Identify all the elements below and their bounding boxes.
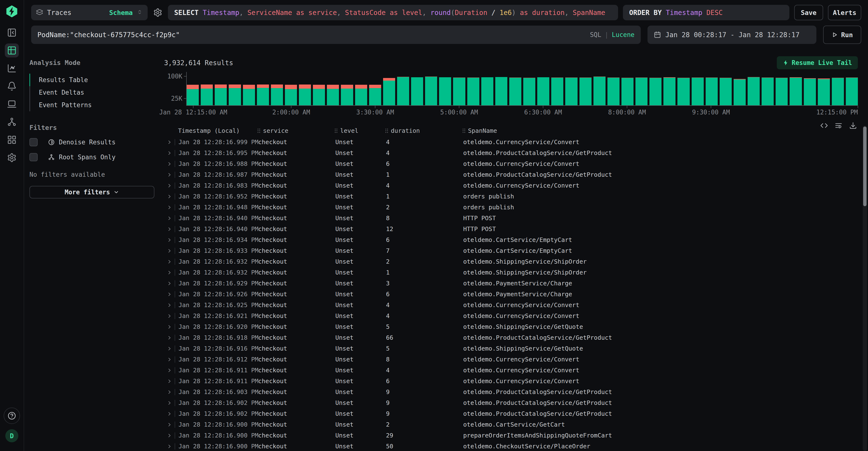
- filter-toggle[interactable]: Denoise Results: [29, 138, 154, 146]
- chart-bar[interactable]: [846, 78, 858, 105]
- trace-row[interactable]: Jan 28 12:28:16.929 PMcheckoutUnset3otel…: [164, 278, 858, 289]
- trace-row[interactable]: Jan 28 12:28:16.911 PMcheckoutUnset6otel…: [164, 376, 858, 387]
- chart-bar[interactable]: [341, 85, 353, 105]
- trace-row[interactable]: Jan 28 12:28:16.952 PMcheckoutUnset1orde…: [164, 191, 858, 202]
- trace-row[interactable]: Jan 28 12:28:16.940 PMcheckoutUnset8HTTP…: [164, 213, 858, 224]
- expand-row-icon[interactable]: [165, 422, 173, 427]
- chart-bar[interactable]: [243, 85, 255, 105]
- filter-toggle[interactable]: Root Spans Only: [29, 153, 154, 161]
- sidebar-item-client-sessions[interactable]: [5, 97, 19, 111]
- language-sql[interactable]: SQL: [590, 31, 601, 38]
- chart-bar[interactable]: [425, 77, 437, 105]
- chart-bar[interactable]: [271, 85, 283, 105]
- chart-bar[interactable]: [734, 79, 746, 105]
- expand-row-icon[interactable]: [165, 205, 173, 210]
- column-header-level[interactable]: level: [335, 127, 385, 134]
- chart-bar[interactable]: [776, 78, 788, 105]
- collapse-panel-button[interactable]: [5, 26, 19, 39]
- expand-row-icon[interactable]: [165, 183, 173, 188]
- expand-row-icon[interactable]: [165, 411, 173, 417]
- chart-bar[interactable]: [706, 78, 718, 105]
- checkbox[interactable]: [29, 153, 38, 161]
- expand-row-icon[interactable]: [165, 324, 173, 330]
- source-select[interactable]: Traces Schema: [31, 5, 148, 20]
- chart-bar[interactable]: [565, 78, 577, 105]
- trace-row[interactable]: Jan 28 12:28:16.918 PMcheckoutUnset66ote…: [164, 332, 858, 343]
- trace-row[interactable]: Jan 28 12:28:16.999 PMcheckoutUnset4otel…: [164, 137, 858, 147]
- save-button[interactable]: Save: [794, 5, 823, 20]
- chart-bar[interactable]: [509, 78, 521, 105]
- expand-row-icon[interactable]: [165, 259, 173, 264]
- chart-bar[interactable]: [720, 78, 732, 105]
- analysis-mode-item[interactable]: Event Deltas: [30, 86, 154, 99]
- trace-row[interactable]: Jan 28 12:28:16.983 PMcheckoutUnset4otel…: [164, 180, 858, 191]
- trace-row[interactable]: Jan 28 12:28:16.948 PMcheckoutUnset2orde…: [164, 202, 858, 213]
- chart-bar[interactable]: [397, 77, 409, 105]
- expand-row-icon[interactable]: [165, 378, 173, 384]
- expand-row-icon[interactable]: [165, 216, 173, 221]
- sidebar-item-settings[interactable]: [5, 151, 19, 165]
- sidebar-item-search[interactable]: [5, 44, 19, 57]
- sql-select-input[interactable]: SELECT Timestamp, ServiceName as service…: [168, 5, 618, 20]
- trace-row[interactable]: Jan 28 12:28:16.916 PMcheckoutUnset5otel…: [164, 343, 858, 354]
- chart-bar[interactable]: [201, 85, 213, 105]
- search-input[interactable]: [37, 31, 592, 39]
- expand-row-icon[interactable]: [165, 400, 173, 405]
- chart-bar[interactable]: [299, 85, 311, 105]
- column-drag-handle-icon[interactable]: [463, 129, 466, 133]
- column-header-service[interactable]: service: [258, 127, 335, 134]
- chart-bar[interactable]: [467, 78, 479, 105]
- resume-live-tail-button[interactable]: Resume Live Tail: [777, 56, 858, 69]
- trace-row[interactable]: Jan 28 12:28:16.903 PMcheckoutUnset9otel…: [164, 387, 858, 397]
- time-range-picker[interactable]: Jan 28 00:28:17 - Jan 28 12:28:17: [648, 26, 816, 44]
- analysis-mode-item[interactable]: Event Patterns: [30, 99, 154, 111]
- trace-row[interactable]: Jan 28 12:28:16.932 PMcheckoutUnset1otel…: [164, 267, 858, 278]
- chart-bar[interactable]: [369, 85, 381, 105]
- expand-row-icon[interactable]: [165, 140, 173, 145]
- trace-row[interactable]: Jan 28 12:28:16.900 PMcheckoutUnset29pre…: [164, 430, 858, 441]
- trace-row[interactable]: Jan 28 12:28:16.987 PMcheckoutUnset1otel…: [164, 169, 858, 180]
- trace-row[interactable]: Jan 28 12:28:16.920 PMcheckoutUnset5otel…: [164, 321, 858, 332]
- chart-bar[interactable]: [537, 77, 549, 105]
- chart-bar[interactable]: [762, 78, 774, 105]
- chart-bar[interactable]: [649, 78, 661, 105]
- column-header-span-name[interactable]: SpanName: [463, 127, 858, 134]
- trace-row[interactable]: Jan 28 12:28:16.911 PMcheckoutUnset4otel…: [164, 365, 858, 376]
- alerts-button[interactable]: Alerts: [828, 5, 861, 20]
- column-header-duration[interactable]: duration: [385, 127, 463, 134]
- trace-row[interactable]: Jan 28 12:28:16.900 PMcheckoutUnset50ote…: [164, 441, 858, 451]
- chart-bar[interactable]: [355, 85, 367, 105]
- chart-bar[interactable]: [523, 78, 535, 105]
- chart-bar[interactable]: [215, 85, 227, 105]
- expand-row-icon[interactable]: [165, 292, 173, 297]
- chart-bar[interactable]: [677, 78, 689, 105]
- trace-row[interactable]: Jan 28 12:28:16.988 PMcheckoutUnset6otel…: [164, 159, 858, 169]
- chart-bar[interactable]: [257, 85, 269, 105]
- chart-bar[interactable]: [593, 77, 606, 105]
- expand-row-icon[interactable]: [165, 226, 173, 232]
- trace-row[interactable]: Jan 28 12:28:16.934 PMcheckoutUnset6otel…: [164, 234, 858, 245]
- chart-bar[interactable]: [818, 79, 830, 105]
- trace-row[interactable]: Jan 28 12:28:16.932 PMcheckoutUnset2otel…: [164, 256, 858, 267]
- chart-bar[interactable]: [229, 85, 241, 105]
- expand-row-icon[interactable]: [165, 444, 173, 449]
- chart-bar[interactable]: [621, 78, 633, 105]
- chart-bar[interactable]: [804, 78, 816, 105]
- table-scrollbar[interactable]: [863, 125, 867, 451]
- chart-bar[interactable]: [383, 78, 395, 105]
- trace-row[interactable]: Jan 28 12:28:16.940 PMcheckoutUnset12HTT…: [164, 224, 858, 234]
- trace-row[interactable]: Jan 28 12:28:16.925 PMcheckoutUnset4otel…: [164, 300, 858, 310]
- order-by-input[interactable]: ORDER BY Timestamp DESC: [623, 5, 789, 20]
- expand-row-icon[interactable]: [165, 368, 173, 373]
- chart-bar[interactable]: [313, 85, 325, 105]
- expand-row-icon[interactable]: [165, 161, 173, 167]
- expand-row-icon[interactable]: [165, 303, 173, 308]
- chart-bar[interactable]: [692, 78, 704, 105]
- expand-row-icon[interactable]: [165, 270, 173, 275]
- expand-row-icon[interactable]: [165, 248, 173, 254]
- trace-row[interactable]: Jan 28 12:28:16.900 PMcheckoutUnset2otel…: [164, 419, 858, 430]
- expand-row-icon[interactable]: [165, 172, 173, 177]
- user-avatar[interactable]: D: [5, 429, 18, 442]
- expand-row-icon[interactable]: [165, 281, 173, 286]
- expand-row-icon[interactable]: [165, 389, 173, 395]
